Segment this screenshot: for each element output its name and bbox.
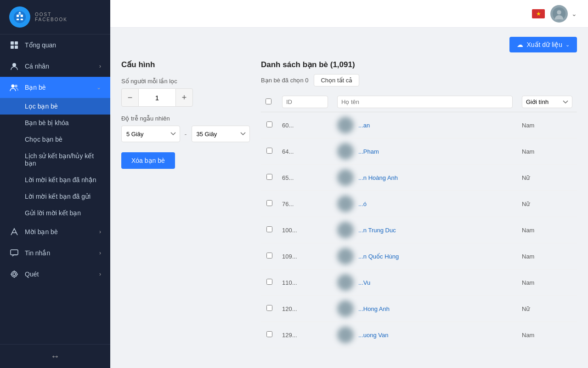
filter-count-input-row: − + (121, 88, 250, 107)
avatar (337, 274, 354, 291)
sidebar-item-loi-moi-da-nhan[interactable]: Lời mời kết bạn đã nhận (0, 172, 110, 188)
svg-rect-10 (15, 46, 18, 49)
friend-table: Giới tính Nam Nữ 60... . (261, 92, 577, 348)
sidebar-item-lich-su-ket-ban[interactable]: Lịch sử kết bạn/hủy kết bạn (0, 148, 110, 172)
row-checkbox[interactable] (266, 331, 272, 337)
row-check-cell (261, 112, 277, 138)
invite-icon (9, 227, 19, 237)
row-gender-cell: Nam (517, 270, 577, 296)
table-row: 120... ...Hong Anh Nữ (261, 296, 577, 322)
sidebar-item-ban-be[interactable]: Bạn bè ⌄ (0, 77, 110, 98)
row-name-cell: ...Hong Anh (333, 296, 517, 322)
sidebar-item-gui-loi-moi[interactable]: Gửi lời mời kết bạn (0, 205, 110, 221)
row-gender-cell: Nam (517, 243, 577, 270)
scan-icon (9, 269, 19, 279)
svg-rect-2 (21, 15, 23, 17)
selected-count: Bạn bè đã chọn 0 (261, 77, 308, 84)
row-id-cell: 120... (277, 296, 333, 322)
select-all-button[interactable]: Chọn tất cả (314, 74, 359, 86)
increment-button[interactable]: + (175, 88, 193, 107)
main-content: ⌄ ☁ Xuất dữ liệu ⌄ Cấu hình Số người mỗi… (110, 0, 588, 368)
row-checkbox[interactable] (266, 148, 272, 154)
row-id-cell: 110... (277, 270, 333, 296)
row-gender-cell: Nữ (517, 191, 577, 217)
select-all-checkbox[interactable] (266, 98, 271, 104)
row-checkbox[interactable] (266, 253, 272, 259)
row-gender-cell: Nam (517, 112, 577, 138)
table-row: 60... ...an Nam (261, 112, 577, 138)
table-row: 64... ...Pham Nam (261, 138, 577, 165)
logo-text: OOST FACEBOOK (35, 12, 68, 22)
arrows-icon[interactable]: ↔ (51, 351, 60, 362)
two-column-layout: Cấu hình Số người mỗi lần lọc − + Độ trễ… (121, 60, 577, 359)
sidebar-item-tong-quan[interactable]: Tổng quan (0, 34, 110, 56)
sidebar-item-tin-nhan[interactable]: Tin nhắn › (0, 242, 110, 264)
ca-nhan-arrow: › (99, 63, 101, 69)
row-gender-cell: Nam (517, 322, 577, 348)
svg-point-15 (11, 271, 17, 277)
row-name-cell: ...n Trung Duc (333, 217, 517, 243)
sidebar-item-moi-ban-be[interactable]: Mời bạn bè › (0, 221, 110, 242)
row-check-cell (261, 270, 277, 296)
export-chevron-icon: ⌄ (565, 42, 570, 48)
config-title: Cấu hình (121, 60, 250, 69)
sidebar-item-choc-ban-be[interactable]: Chọc bạn bè (0, 131, 110, 148)
row-name-cell: ...Vu (333, 270, 517, 296)
col-id (277, 92, 333, 112)
delay-separator: - (185, 130, 187, 138)
row-check-cell (261, 191, 277, 217)
row-id-cell: 60... (277, 112, 333, 138)
row-checkbox[interactable] (266, 174, 272, 180)
quet-arrow: › (99, 271, 101, 277)
decrement-button[interactable]: − (121, 88, 139, 107)
delay-min-select[interactable]: 5 Giây 10 Giây 15 Giây 20 Giây (121, 126, 180, 142)
row-checkbox[interactable] (266, 279, 272, 285)
table-row: 65... ...n Hoàng Anh Nữ (261, 165, 577, 191)
row-id-cell: 109... (277, 243, 333, 270)
row-name-cell: ...Pham (333, 138, 517, 165)
ban-be-arrow: ⌄ (96, 84, 101, 91)
avatar (337, 169, 354, 186)
svg-rect-1 (17, 15, 19, 17)
sidebar-item-ban-be-bi-khoa[interactable]: Bạn bè bị khóa (0, 115, 110, 131)
logo-icon (9, 6, 30, 28)
sidebar-item-loi-moi-da-gui[interactable]: Lời mời kết bạn đã gửi (0, 188, 110, 205)
sidebar-item-loc-ban-be[interactable]: Lọc bạn bè (0, 98, 110, 115)
friend-list-title: Danh sách bạn bè (1,091) (261, 60, 577, 69)
avatar (337, 327, 354, 343)
svg-rect-3 (17, 19, 19, 21)
row-checkbox[interactable] (266, 121, 272, 127)
friend-list-panel: Danh sách bạn bè (1,091) Bạn bè đã chọn … (261, 60, 577, 359)
delete-button[interactable]: Xóa bạn bè (121, 152, 175, 169)
svg-rect-8 (15, 41, 18, 45)
row-id-cell: 64... (277, 138, 333, 165)
sidebar-item-quet[interactable]: Quét › (0, 264, 110, 285)
sidebar-item-ca-nhan[interactable]: Cá nhân › (0, 56, 110, 77)
filter-count-input[interactable] (139, 88, 175, 107)
row-checkbox[interactable] (266, 200, 272, 206)
name-filter-input[interactable] (337, 96, 513, 108)
tin-nhan-arrow: › (99, 250, 101, 256)
logo: OOST FACEBOOK (0, 0, 110, 34)
svg-point-6 (19, 12, 21, 13)
flag-icon[interactable] (532, 9, 545, 18)
avatar[interactable] (550, 5, 568, 23)
header-chevron-icon[interactable]: ⌄ (571, 10, 577, 17)
delay-max-select[interactable]: 35 Giây 40 Giây 50 Giây (192, 126, 250, 142)
id-filter-input[interactable] (282, 96, 328, 108)
content-area: ☁ Xuất dữ liệu ⌄ Cấu hình Số người mỗi l… (110, 28, 588, 368)
table-row: 109... ...n Quốc Hùng Nam (261, 243, 577, 270)
row-check-cell (261, 243, 277, 270)
export-button[interactable]: ☁ Xuất dữ liệu ⌄ (509, 37, 577, 52)
svg-point-11 (12, 63, 16, 67)
col-name (333, 92, 517, 112)
svg-rect-4 (21, 19, 23, 21)
row-checkbox[interactable] (266, 305, 272, 311)
gender-filter-select[interactable]: Giới tính Nam Nữ (522, 96, 572, 108)
avatar (337, 143, 354, 160)
delay-input-row: 5 Giây 10 Giây 15 Giây 20 Giây - 35 Giây… (121, 126, 250, 142)
row-name-cell: ...n Hoàng Anh (333, 165, 517, 191)
svg-rect-7 (11, 41, 14, 45)
table-row: 129... ...uong Van Nam (261, 322, 577, 348)
row-checkbox[interactable] (266, 226, 272, 232)
